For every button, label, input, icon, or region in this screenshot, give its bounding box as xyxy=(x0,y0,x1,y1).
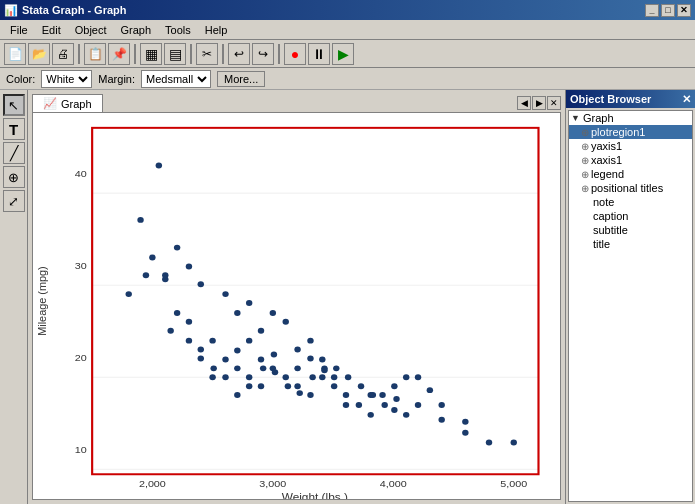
tab-prev[interactable]: ◀ xyxy=(517,96,531,110)
ob-item-graph[interactable]: ▼ Graph xyxy=(569,111,692,125)
select-tool[interactable]: ↖ xyxy=(3,94,25,116)
graph-tab-label: Graph xyxy=(61,98,92,110)
svg-text:Mileage (mpg): Mileage (mpg) xyxy=(35,266,47,336)
ob-label-caption: caption xyxy=(593,210,628,222)
ob-item-legend[interactable]: ⊕ legend xyxy=(569,167,692,181)
scatter-plot: 10 20 30 40 Mileage (mpg) 2,000 3,000 4,… xyxy=(33,113,560,499)
tb-undo[interactable]: ↩ xyxy=(228,43,250,65)
svg-point-65 xyxy=(427,387,433,393)
graph-tab[interactable]: 📈 Graph xyxy=(32,94,103,112)
tb-redo[interactable]: ↪ xyxy=(252,43,274,65)
ob-item-positional-titles[interactable]: ⊕ positional titles xyxy=(569,181,692,195)
app-icon: 📊 xyxy=(4,4,18,17)
ob-item-plotregion1[interactable]: ⊕ plotregion1 xyxy=(569,125,692,139)
graph-tab-icon: 📈 xyxy=(43,97,57,110)
svg-point-57 xyxy=(370,392,376,398)
svg-point-70 xyxy=(270,310,276,316)
ob-label-yaxis1: yaxis1 xyxy=(591,140,622,152)
move-tool[interactable]: ⤢ xyxy=(3,190,25,212)
color-label: Color: xyxy=(6,73,35,85)
tab-next[interactable]: ▶ xyxy=(532,96,546,110)
margin-label: Margin: xyxy=(98,73,135,85)
svg-point-27 xyxy=(246,383,252,389)
tb-new[interactable]: 📄 xyxy=(4,43,26,65)
svg-point-92 xyxy=(415,402,421,408)
ob-item-title[interactable]: title xyxy=(569,237,692,251)
ob-expand-graph: ▼ xyxy=(571,113,581,123)
menu-edit[interactable]: Edit xyxy=(36,23,67,37)
color-select[interactable]: White xyxy=(41,70,92,88)
maximize-button[interactable]: □ xyxy=(661,4,675,17)
menu-help[interactable]: Help xyxy=(199,23,234,37)
tab-close[interactable]: ✕ xyxy=(547,96,561,110)
main-content: ↖ T ╱ ⊕ ⤢ 📈 Graph ◀ ▶ ✕ xyxy=(0,90,695,504)
svg-point-71 xyxy=(331,374,337,380)
tb-pause[interactable]: ⏸ xyxy=(308,43,330,65)
ob-item-subtitle[interactable]: subtitle xyxy=(569,223,692,237)
svg-point-89 xyxy=(343,402,349,408)
svg-point-62 xyxy=(462,430,468,436)
svg-point-40 xyxy=(319,356,325,362)
tb-stop[interactable]: ● xyxy=(284,43,306,65)
svg-point-86 xyxy=(294,365,300,371)
svg-point-48 xyxy=(343,392,349,398)
ob-close-button[interactable]: ✕ xyxy=(682,93,691,106)
tb-sep4 xyxy=(222,44,224,64)
svg-point-56 xyxy=(358,383,364,389)
margin-select[interactable]: Medsmall xyxy=(141,70,211,88)
tb-play[interactable]: ▶ xyxy=(332,43,354,65)
ob-tree: ▼ Graph ⊕ plotregion1 ⊕ yaxis1 ⊕ xaxis1 … xyxy=(568,110,693,502)
svg-point-76 xyxy=(174,245,180,251)
title-bar-buttons[interactable]: _ □ ✕ xyxy=(645,4,691,17)
menu-tools[interactable]: Tools xyxy=(159,23,197,37)
circle-tool[interactable]: ⊕ xyxy=(3,166,25,188)
svg-point-59 xyxy=(393,396,399,402)
menu-object[interactable]: Object xyxy=(69,23,113,37)
tb-open[interactable]: 📂 xyxy=(28,43,50,65)
ob-label-graph: Graph xyxy=(583,112,614,124)
svg-point-52 xyxy=(391,383,397,389)
svg-point-83 xyxy=(234,348,240,354)
close-button[interactable]: ✕ xyxy=(677,4,691,17)
menu-file[interactable]: File xyxy=(4,23,34,37)
tb-graph1[interactable]: ▦ xyxy=(140,43,162,65)
tb-print[interactable]: 🖨 xyxy=(52,43,74,65)
toolbar: 📄 📂 🖨 📋 📌 ▦ ▤ ✂ ↩ ↪ ● ⏸ ▶ xyxy=(0,40,695,68)
tb-paste[interactable]: 📌 xyxy=(108,43,130,65)
svg-point-60 xyxy=(415,374,421,380)
svg-point-29 xyxy=(186,319,192,325)
ob-label-title: title xyxy=(593,238,610,250)
more-button[interactable]: More... xyxy=(217,71,265,87)
svg-text:10: 10 xyxy=(75,445,87,456)
tb-sep5 xyxy=(278,44,280,64)
ob-expand-legend: ⊕ xyxy=(581,169,589,180)
menu-graph[interactable]: Graph xyxy=(115,23,158,37)
tb-scissors[interactable]: ✂ xyxy=(196,43,218,65)
text-tool[interactable]: T xyxy=(3,118,25,140)
object-browser: Object Browser ✕ ▼ Graph ⊕ plotregion1 ⊕… xyxy=(565,90,695,504)
svg-point-39 xyxy=(307,392,313,398)
tb-sep1 xyxy=(78,44,80,64)
tb-graph2[interactable]: ▤ xyxy=(164,43,186,65)
svg-point-75 xyxy=(222,291,228,297)
ob-label-subtitle: subtitle xyxy=(593,224,628,236)
left-tools: ↖ T ╱ ⊕ ⤢ xyxy=(0,90,28,504)
ob-item-yaxis1[interactable]: ⊕ yaxis1 xyxy=(569,139,692,153)
svg-point-32 xyxy=(222,374,228,380)
ob-item-xaxis1[interactable]: ⊕ xaxis1 xyxy=(569,153,692,167)
svg-text:30: 30 xyxy=(75,261,87,272)
svg-point-26 xyxy=(234,365,240,371)
tab-nav-area: ◀ ▶ ✕ xyxy=(517,96,561,112)
ob-label-plotregion1: plotregion1 xyxy=(591,126,645,138)
ob-item-note[interactable]: note xyxy=(569,195,692,209)
svg-point-34 xyxy=(246,374,252,380)
line-tool[interactable]: ╱ xyxy=(3,142,25,164)
svg-point-43 xyxy=(285,383,291,389)
svg-text:4,000: 4,000 xyxy=(380,479,407,490)
ob-item-caption[interactable]: caption xyxy=(569,209,692,223)
svg-point-94 xyxy=(438,402,444,408)
minimize-button[interactable]: _ xyxy=(645,4,659,17)
tb-copy[interactable]: 📋 xyxy=(84,43,106,65)
ob-expand-yaxis1: ⊕ xyxy=(581,141,589,152)
svg-point-47 xyxy=(331,383,337,389)
